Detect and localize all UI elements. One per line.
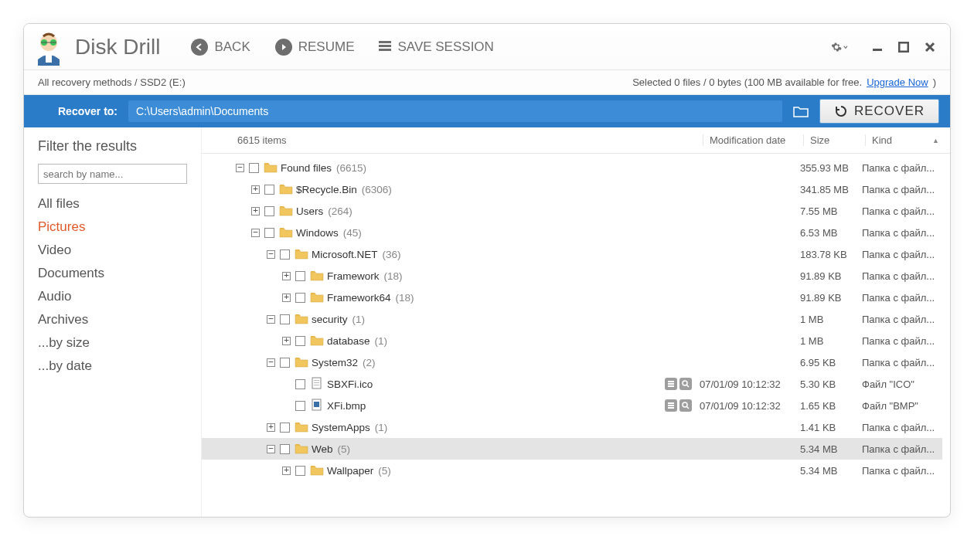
tree-row[interactable]: +Framework64 (18)91.89 KBПапка с файл...: [202, 287, 942, 308]
checkbox[interactable]: [280, 314, 290, 324]
filter-all-files[interactable]: All files: [38, 196, 187, 212]
item-size: 91.89 KB: [800, 292, 862, 304]
checkbox[interactable]: [295, 271, 305, 281]
checkbox[interactable]: [295, 336, 305, 346]
checkbox[interactable]: [280, 444, 290, 454]
column-name[interactable]: 6615 items: [237, 134, 703, 146]
checkbox[interactable]: [295, 401, 305, 411]
tree-row[interactable]: −Microsoft.NET (36)183.78 KBПапка с файл…: [202, 243, 942, 265]
expand-icon[interactable]: +: [282, 467, 291, 475]
expand-icon[interactable]: +: [251, 207, 260, 216]
svg-rect-19: [668, 407, 674, 409]
settings-button[interactable]: [831, 39, 848, 56]
list-header: 6615 items Modification date Size Kind ▲: [202, 127, 950, 154]
folder-icon: [310, 463, 324, 478]
resume-button[interactable]: RESUME: [275, 39, 355, 56]
item-name: database: [327, 335, 370, 347]
filter-audio[interactable]: Audio: [38, 289, 187, 304]
recover-path-input[interactable]: [128, 100, 782, 122]
collapse-icon[interactable]: −: [236, 164, 244, 172]
tree-row[interactable]: −security (1)1 MBПапка с файл...: [202, 308, 942, 330]
tree-row[interactable]: XFi.bmp07/01/09 10:12:321.65 KBФайл "BMP…: [202, 395, 942, 416]
filter-archives[interactable]: Archives: [38, 312, 187, 328]
breadcrumb-bar: All recovery methods / SSD2 (E:) Selecte…: [24, 70, 950, 95]
item-size: 1 MB: [800, 314, 862, 325]
item-size: 183.78 KB: [800, 249, 862, 260]
tree-row[interactable]: −Windows (45)6.53 MBПапка с файл...: [202, 222, 942, 243]
tree-row[interactable]: −System32 (2)6.95 KBПапка с файл...: [202, 351, 942, 373]
tree-row[interactable]: −Web (5)5.34 MBПапка с файл...: [202, 438, 942, 460]
svg-rect-9: [314, 385, 319, 385]
checkbox[interactable]: [295, 379, 305, 389]
tree-row[interactable]: +database (1)1 MBПапка с файл...: [202, 330, 942, 351]
column-size[interactable]: Size: [803, 134, 865, 146]
checkbox[interactable]: [264, 206, 274, 216]
item-size: 5.30 KB: [800, 378, 862, 390]
checkbox[interactable]: [264, 228, 274, 238]
checkbox[interactable]: [295, 466, 305, 476]
details-icon[interactable]: [665, 378, 677, 390]
preview-icon[interactable]: [679, 399, 692, 412]
checkbox[interactable]: [280, 358, 290, 368]
tree-row[interactable]: +Users (264)7.55 MBПапка с файл...: [202, 200, 942, 222]
chevron-down-icon: [843, 44, 848, 50]
collapse-icon[interactable]: −: [251, 229, 260, 237]
folder-icon: [310, 269, 324, 283]
close-button[interactable]: [924, 41, 936, 53]
checkbox[interactable]: [295, 293, 305, 303]
expand-icon[interactable]: +: [282, 272, 291, 280]
item-count: (1): [375, 335, 388, 347]
status-trail: ): [933, 76, 936, 88]
item-name: SBXFi.ico: [327, 378, 373, 390]
search-input[interactable]: [38, 164, 187, 184]
expand-icon[interactable]: +: [282, 337, 291, 345]
maximize-button[interactable]: [897, 41, 910, 53]
item-count: (18): [396, 292, 414, 304]
back-label: BACK: [214, 39, 250, 55]
browse-folder-button[interactable]: [793, 105, 809, 117]
recover-icon: [834, 104, 848, 118]
collapse-icon[interactable]: −: [267, 315, 275, 324]
back-button[interactable]: BACK: [191, 39, 250, 56]
checkbox[interactable]: [264, 185, 274, 195]
item-size: 91.89 KB: [800, 270, 862, 282]
preview-icon[interactable]: [679, 378, 692, 390]
sidebar: Filter the results All files Pictures Vi…: [24, 127, 202, 517]
item-kind: Папка с файл...: [862, 357, 939, 368]
column-kind[interactable]: Kind ▲: [865, 134, 942, 146]
filter-video[interactable]: Video: [38, 243, 187, 258]
item-count: (6306): [362, 184, 392, 195]
tree-row[interactable]: +Wallpaper (5)5.34 MBПапка с файл...: [202, 460, 942, 481]
item-kind: Папка с файл...: [862, 465, 939, 477]
main-panel: 6615 items Modification date Size Kind ▲…: [202, 127, 950, 517]
recover-button[interactable]: RECOVER: [819, 99, 939, 124]
details-icon[interactable]: [665, 399, 677, 412]
filter-documents[interactable]: Documents: [38, 266, 187, 281]
checkbox[interactable]: [249, 163, 259, 173]
filter-pictures[interactable]: Pictures: [38, 219, 187, 235]
save-session-button[interactable]: SAVE SESSION: [379, 39, 493, 55]
upgrade-link[interactable]: Upgrade Now: [867, 76, 928, 88]
collapse-icon[interactable]: −: [267, 358, 275, 367]
file-tree[interactable]: −Found files (6615)355.93 MBПапка с файл…: [202, 154, 950, 517]
filter-by-date[interactable]: ...by date: [38, 358, 187, 374]
checkbox[interactable]: [280, 423, 290, 433]
expand-icon[interactable]: +: [282, 294, 291, 302]
item-count: (264): [328, 205, 352, 217]
collapse-icon[interactable]: −: [267, 250, 275, 259]
minimize-button[interactable]: [871, 41, 884, 53]
tree-row[interactable]: −Found files (6615)355.93 MBПапка с файл…: [202, 157, 942, 178]
tree-row[interactable]: SBXFi.ico07/01/09 10:12:325.30 KBФайл "I…: [202, 373, 942, 395]
filter-list: All files Pictures Video Documents Audio…: [38, 196, 187, 374]
tree-row[interactable]: +SystemApps (1)1.41 KBПапка с файл...: [202, 416, 942, 438]
expand-icon[interactable]: +: [251, 185, 260, 194]
filter-by-size[interactable]: ...by size: [38, 335, 187, 351]
item-name: SystemApps: [312, 422, 370, 433]
tree-row[interactable]: +Framework (18)91.89 KBПапка с файл...: [202, 265, 942, 287]
expand-icon[interactable]: +: [267, 423, 275, 432]
tree-row[interactable]: +$Recycle.Bin (6306)341.85 MBПапка с фай…: [202, 178, 942, 200]
column-date[interactable]: Modification date: [703, 134, 803, 146]
item-kind: Папка с файл...: [862, 314, 939, 325]
checkbox[interactable]: [280, 249, 290, 260]
collapse-icon[interactable]: −: [267, 445, 275, 453]
